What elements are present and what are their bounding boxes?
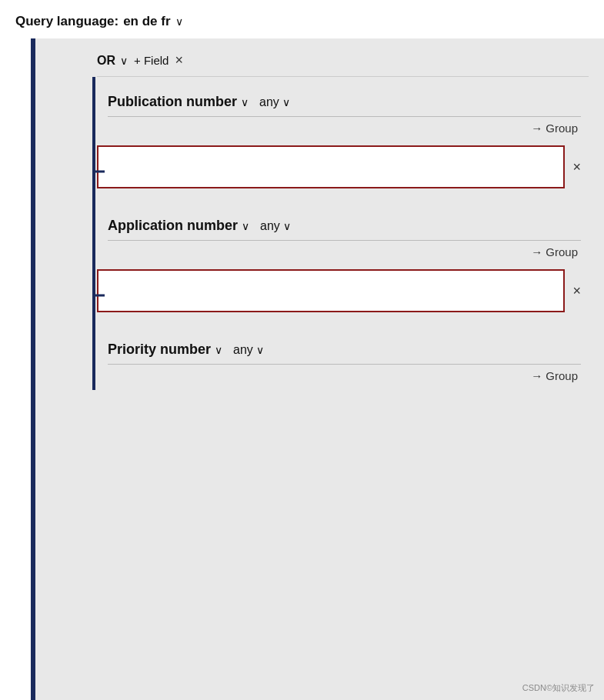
add-field-button[interactable]: + Field xyxy=(134,54,169,67)
priority-number-group-link-row: → Group xyxy=(97,365,589,390)
application-number-label: Application number xyxy=(108,218,238,234)
priority-number-field-row: Priority number ∨ any ∨ xyxy=(97,325,589,364)
application-number-input-row: × xyxy=(97,266,589,325)
application-number-input-close[interactable]: × xyxy=(572,283,581,299)
query-language-chevron-icon: ∨ xyxy=(175,15,183,28)
application-number-any-dropdown[interactable]: any ∨ xyxy=(260,219,291,233)
publication-number-group-link-row: → Group xyxy=(97,117,589,142)
publication-number-dropdown[interactable]: Publication number ∨ xyxy=(108,94,249,110)
priority-number-any-chevron-icon: ∨ xyxy=(256,344,264,356)
priority-number-dropdown[interactable]: Priority number ∨ xyxy=(108,342,222,358)
publication-number-label: Publication number xyxy=(108,94,237,110)
query-language-value: en de fr xyxy=(123,14,170,29)
or-row: OR ∨ + Field × xyxy=(51,52,589,68)
horizontal-tick-pub xyxy=(92,171,105,173)
priority-number-label: Priority number xyxy=(108,342,211,358)
publication-number-field-row: Publication number ∨ any ∨ xyxy=(97,77,589,116)
publication-number-input-close[interactable]: × xyxy=(572,159,581,175)
priority-number-chevron-icon: ∨ xyxy=(215,344,222,356)
priority-number-section: Priority number ∨ any ∨ → Group xyxy=(97,325,589,390)
publication-number-group-link[interactable]: → Group xyxy=(531,122,578,135)
application-number-section: Application number ∨ any ∨ → Group xyxy=(97,201,589,325)
application-number-chevron-icon: ∨ xyxy=(242,220,249,232)
content-inner: OR ∨ + Field × Publication n xyxy=(35,38,604,405)
application-number-any-chevron-icon: ∨ xyxy=(283,220,291,232)
watermark: CSDN©知识发现了 xyxy=(522,682,595,694)
publication-number-chevron-icon: ∨ xyxy=(241,96,249,108)
or-dropdown[interactable]: OR ∨ xyxy=(97,54,128,68)
priority-number-group-link[interactable]: → Group xyxy=(531,369,578,382)
vertical-connector-line xyxy=(92,77,95,390)
or-label: OR xyxy=(97,54,115,68)
application-number-group-link-row: → Group xyxy=(97,241,589,266)
application-number-any-label: any xyxy=(260,219,280,233)
query-language-prefix-label: Query language: xyxy=(15,14,118,29)
publication-number-input[interactable] xyxy=(97,145,565,188)
application-number-dropdown[interactable]: Application number ∨ xyxy=(108,218,249,234)
horizontal-tick-app xyxy=(92,295,105,297)
application-number-group-link[interactable]: → Group xyxy=(531,245,578,258)
publication-number-any-dropdown[interactable]: any ∨ xyxy=(259,95,290,109)
priority-number-any-dropdown[interactable]: any ∨ xyxy=(233,343,264,357)
publication-number-input-row: × xyxy=(97,142,589,201)
page-container: Query language: en de fr ∨ OR ∨ + Field … xyxy=(0,0,604,700)
main-area: OR ∨ + Field × Publication n xyxy=(31,38,604,700)
or-close-button[interactable]: × xyxy=(175,52,183,68)
query-language-dropdown[interactable]: en de fr ∨ xyxy=(123,14,182,29)
publication-number-any-label: any xyxy=(259,95,279,109)
query-language-header: Query language: en de fr ∨ xyxy=(0,0,604,38)
application-number-field-row: Application number ∨ any ∨ xyxy=(97,201,589,240)
or-chevron-icon: ∨ xyxy=(120,55,128,67)
priority-number-any-label: any xyxy=(233,343,253,357)
publication-number-section: Publication number ∨ any ∨ → Group xyxy=(97,77,589,201)
application-number-input[interactable] xyxy=(97,269,565,312)
publication-number-any-chevron-icon: ∨ xyxy=(282,96,290,108)
